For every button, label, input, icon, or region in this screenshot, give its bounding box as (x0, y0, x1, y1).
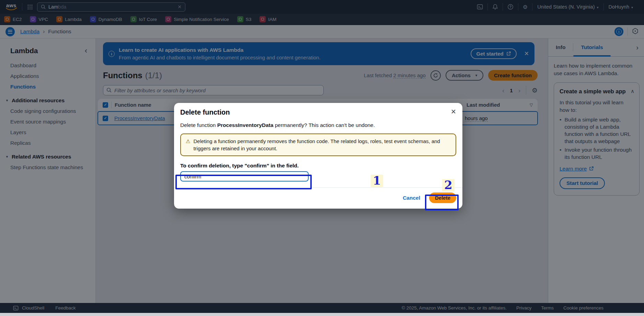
annotation-box-step1 (175, 175, 312, 189)
delete-function-modal: Delete function ✕ Delete function Proces… (174, 103, 462, 209)
warning-icon: ⚠ (186, 138, 190, 152)
annotation-number-2: 2 (442, 179, 455, 191)
warning-text: Deleting a function permanently removes … (193, 138, 451, 152)
confirm-instruction-label: To confirm deletion, type "confirm" in t… (180, 163, 456, 169)
modal-body-text: Delete function ProcessInventoryData per… (180, 122, 456, 128)
annotation-number-1: 1 (371, 175, 383, 187)
annotation-box-step2 (425, 195, 459, 210)
modal-title: Delete function (180, 108, 230, 116)
aws-console-page: aws Lambda ✕ (0, 0, 644, 316)
modal-footer: Cancel Delete (180, 188, 456, 209)
function-name: ProcessInventoryData (217, 122, 274, 128)
warning-alert: ⚠ Deleting a function permanently remove… (180, 133, 456, 156)
modal-close-icon[interactable]: ✕ (451, 108, 456, 115)
horizontal-scrollbar-track[interactable] (0, 313, 644, 316)
cancel-button[interactable]: Cancel (403, 195, 420, 201)
